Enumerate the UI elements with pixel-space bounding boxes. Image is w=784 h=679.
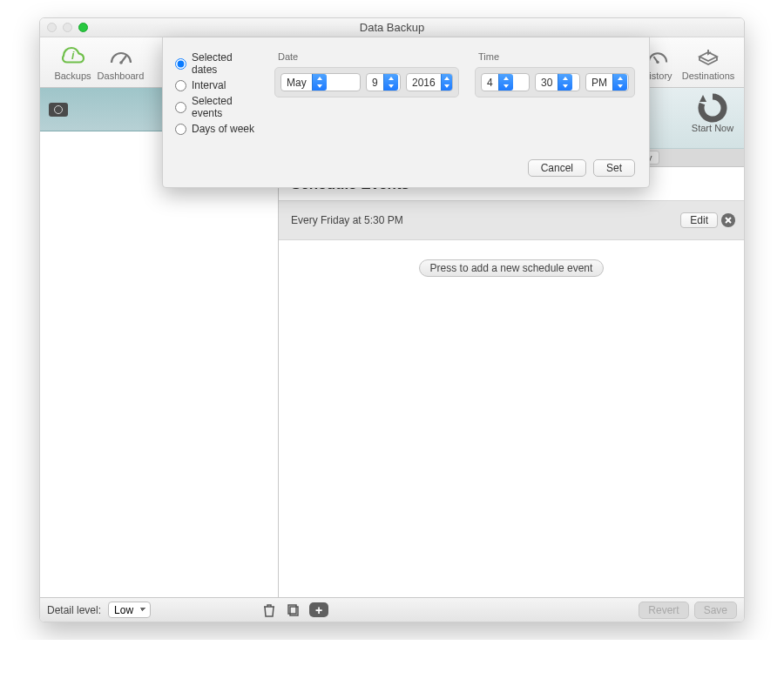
destinations-icon <box>695 44 721 70</box>
event-description: Every Friday at 5:30 PM <box>291 214 680 226</box>
toolbar-item-label: Dashboard <box>98 71 145 81</box>
drive-icon <box>49 103 68 117</box>
radio-interval[interactable]: Interval <box>175 79 259 91</box>
detail-level-select[interactable]: Low <box>108 602 151 618</box>
save-button[interactable]: Save <box>694 602 737 619</box>
stepper-icon <box>558 74 572 91</box>
date-group: Date May 9 2016 <box>274 51 459 135</box>
trash-button[interactable] <box>260 602 278 618</box>
day-select[interactable]: 9 <box>366 73 401 91</box>
radio-input[interactable] <box>175 80 186 91</box>
radio-selected-dates[interactable]: Selected dates <box>175 51 259 76</box>
add-schedule-event-button[interactable]: Press to add a new schedule event <box>419 259 605 277</box>
schedule-sheet: Selected dates Interval Selected events … <box>162 37 650 188</box>
copy-icon <box>287 603 301 617</box>
schedule-type-radios: Selected dates Interval Selected events … <box>175 51 259 135</box>
svg-point-4 <box>656 61 659 64</box>
trash-icon <box>263 603 275 617</box>
year-select[interactable]: 2016 <box>406 73 453 91</box>
backups-icon: i <box>60 44 86 70</box>
radio-selected-events[interactable]: Selected events <box>175 95 259 119</box>
edit-event-button[interactable]: Edit <box>680 212 718 228</box>
schedule-event-row: Every Friday at 5:30 PM Edit <box>279 200 744 240</box>
dashboard-icon <box>108 44 134 70</box>
ampm-select[interactable]: PM <box>585 73 629 91</box>
radio-label: Interval <box>192 79 226 91</box>
cancel-button[interactable]: Cancel <box>528 159 586 177</box>
radio-label: Selected dates <box>192 51 259 76</box>
stepper-icon <box>612 74 627 91</box>
delete-event-button[interactable] <box>721 213 735 227</box>
refresh-icon <box>698 93 727 123</box>
stepper-icon <box>383 74 398 91</box>
toolbar-backups[interactable]: i Backups <box>49 44 97 81</box>
radio-input[interactable] <box>175 58 186 70</box>
stepper-icon <box>312 74 327 91</box>
window-title: Data Backup <box>40 21 744 34</box>
time-group: Time 4 30 PM <box>475 51 635 135</box>
revert-button[interactable]: Revert <box>639 602 688 619</box>
radio-label: Days of week <box>192 123 254 135</box>
toolbar-dashboard[interactable]: Dashboard <box>97 44 145 81</box>
toolbar-item-label: Backups <box>54 71 91 81</box>
detail-level-label: Detail level: <box>47 604 101 616</box>
month-select[interactable]: May <box>280 73 361 91</box>
svg-point-2 <box>119 61 123 64</box>
stepper-icon <box>498 74 513 91</box>
radio-input[interactable] <box>175 102 186 113</box>
toolbar-item-label: Destinations <box>682 71 735 81</box>
start-now-button[interactable]: Start Now <box>686 93 739 133</box>
add-button[interactable]: + <box>309 602 328 617</box>
toolbar-destinations[interactable]: Destinations <box>681 44 735 81</box>
radio-days-of-week[interactable]: Days of week <box>175 123 259 135</box>
radio-label: Selected events <box>192 95 259 119</box>
time-label: Time <box>478 51 635 62</box>
close-icon <box>724 216 733 225</box>
radio-input[interactable] <box>175 124 186 135</box>
set-button[interactable]: Set <box>593 159 635 177</box>
minute-select[interactable]: 30 <box>535 73 580 91</box>
titlebar: Data Backup <box>40 18 744 37</box>
duplicate-button[interactable] <box>285 602 302 618</box>
hour-select[interactable]: 4 <box>481 73 530 91</box>
stepper-icon <box>441 74 452 91</box>
bottom-bar: Detail level: Low + Revert Save <box>40 597 744 622</box>
date-label: Date <box>278 51 459 62</box>
app-window: Data Backup i Backups Dashboard History <box>39 17 745 622</box>
svg-text:i: i <box>71 50 75 62</box>
start-now-label: Start Now <box>692 123 733 133</box>
